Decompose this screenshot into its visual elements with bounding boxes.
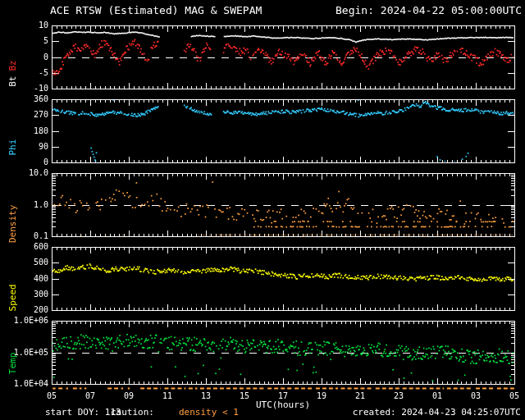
x-tick-label: 11 — [157, 391, 178, 401]
x-tick-label: 15 — [234, 391, 255, 401]
x-tick-label: 07 — [80, 391, 101, 401]
y-tick-label: 1.0E+06 — [9, 316, 48, 326]
ylabel-temp-unit: (K) — [7, 331, 18, 348]
x-tick-label: 21 — [349, 391, 371, 401]
y-tick-label: -5 — [9, 68, 48, 78]
y-tick-label: 1.0 — [9, 200, 48, 210]
y-tick-label: -10 — [9, 84, 48, 94]
y-tick-label: 270 — [9, 110, 48, 120]
y-tick-label: 400 — [9, 274, 48, 284]
begin-timestamp: Begin: 2024-04-22 05:00:00UTC — [336, 4, 522, 16]
y-tick-label: 600 — [9, 242, 48, 252]
ace-rtsw-plot: ACE RTSW (Estimated) MAG & SWEPAM Begin:… — [0, 0, 525, 420]
plot-canvas — [0, 0, 525, 420]
x-tick-label: 09 — [118, 391, 139, 401]
y-tick-label: 300 — [9, 290, 48, 299]
x-tick-label: 13 — [195, 391, 217, 401]
x-tick-label: 05 — [41, 391, 62, 401]
y-tick-label: 90 — [9, 142, 48, 152]
y-tick-label: 0.1 — [9, 231, 48, 241]
y-tick-label: 360 — [9, 94, 48, 104]
y-tick-label: 1.0E+05 — [9, 348, 48, 358]
y-tick-label: 180 — [9, 126, 48, 136]
y-tick-label: 0 — [9, 52, 48, 62]
y-tick-label: 10 — [9, 21, 48, 30]
created-timestamp: created: 2024-04-23 04:25:07UTC — [353, 407, 521, 418]
x-tick-label: 19 — [311, 391, 332, 401]
x-tick-label: 23 — [388, 391, 409, 401]
caution-label: caution: — [111, 407, 154, 418]
y-tick-label: 1.0E+04 — [9, 379, 48, 389]
y-tick-label: 500 — [9, 258, 48, 267]
x-tick-label: 05 — [504, 391, 525, 401]
x-tick-label: 01 — [427, 391, 448, 401]
x-tick-label: 17 — [272, 391, 294, 401]
y-tick-label: 0 — [9, 158, 48, 167]
start-doy-label: start DOY: 113 — [45, 407, 121, 418]
y-tick-label: 10.0 — [9, 168, 48, 178]
y-tick-label: 5 — [9, 36, 48, 46]
y-tick-label: 200 — [9, 305, 48, 315]
x-tick-label: 03 — [465, 391, 486, 401]
page-title: ACE RTSW (Estimated) MAG & SWEPAM — [50, 4, 262, 16]
caution-value-label: density < 1 — [179, 407, 239, 418]
